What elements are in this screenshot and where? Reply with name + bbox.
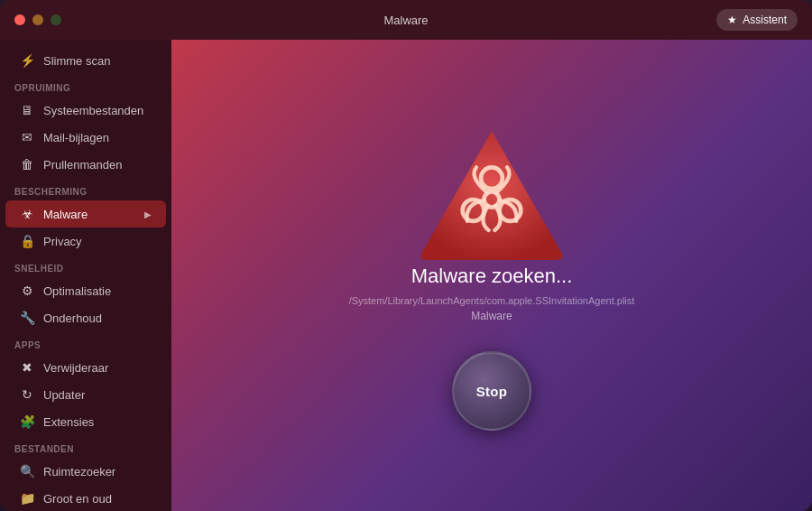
content-area: ⚡ Slimme scan Opruiming 🖥 Systeembestand… xyxy=(0,40,812,511)
sidebar-item-systeembestanden[interactable]: 🖥 Systeembestanden xyxy=(5,97,166,124)
minimize-button[interactable] xyxy=(32,14,43,25)
sidebar-item-label: Groot en oud xyxy=(43,492,112,506)
sidebar-item-label: Extensies xyxy=(43,415,94,429)
extensies-icon: 🧩 xyxy=(20,414,34,429)
sidebar-item-mail-bijlagen[interactable]: ✉ Mail-bijlagen xyxy=(5,124,166,151)
groot-en-oud-icon: 📁 xyxy=(20,491,34,506)
sidebar-item-label: Mail-bijlagen xyxy=(43,131,109,144)
assistant-button[interactable]: ★ Assistent xyxy=(716,9,798,31)
verwijderaar-icon: ✖ xyxy=(20,360,34,375)
sidebar-item-label: Privacy xyxy=(43,235,82,248)
biohazard-icon xyxy=(411,120,573,265)
systeembestanden-icon: 🖥 xyxy=(20,103,34,117)
slimme-scan-icon: ⚡ xyxy=(20,53,34,68)
sidebar-item-ruimtezoeker[interactable]: 🔍 Ruimtezoeker xyxy=(5,458,166,485)
main-content: Malware zoeken... /System/Library/Launch… xyxy=(171,40,812,511)
updater-icon: ↻ xyxy=(20,387,34,402)
scanning-title: Malware zoeken... xyxy=(411,265,573,288)
sidebar-item-label: Onderhoud xyxy=(43,311,102,325)
app-window: Malware ★ Assistent ⚡ Slimme scan Opruim… xyxy=(0,0,812,511)
close-button[interactable] xyxy=(14,14,25,25)
sidebar-item-label: Malware xyxy=(43,208,88,221)
section-label-bestanden: Bestanden xyxy=(0,435,171,458)
sidebar-item-malware[interactable]: ☣ Malware ▶ xyxy=(5,200,166,228)
sidebar-item-extensies[interactable]: 🧩 Extensies xyxy=(5,408,166,435)
sidebar: ⚡ Slimme scan Opruiming 🖥 Systeembestand… xyxy=(0,40,171,511)
sidebar-item-label: Optimalisatie xyxy=(43,284,111,298)
sidebar-item-label: Updater xyxy=(43,388,85,402)
sidebar-item-prullenmanden[interactable]: 🗑 Prullenmanden xyxy=(5,151,166,178)
section-label-apps: Apps xyxy=(0,331,171,354)
sidebar-item-onderhoud[interactable]: 🔧 Onderhoud xyxy=(5,304,166,331)
sidebar-item-slimme-scan[interactable]: ⚡ Slimme scan xyxy=(5,47,166,74)
section-label-snelheid: Snelheid xyxy=(0,255,171,277)
sidebar-item-label: Prullenmanden xyxy=(43,158,122,172)
maximize-button[interactable] xyxy=(51,14,61,25)
mail-bijlagen-icon: ✉ xyxy=(20,130,34,144)
sidebar-item-privacy[interactable]: 🔒 Privacy xyxy=(5,228,166,255)
sidebar-item-label: Systeembestanden xyxy=(43,104,143,117)
window-title: Malware xyxy=(383,14,428,27)
sidebar-item-updater[interactable]: ↻ Updater xyxy=(5,381,166,408)
scanning-subtitle: Malware xyxy=(471,310,512,322)
scanning-path: /System/Library/LaunchAgents/com.apple.S… xyxy=(349,295,635,306)
sidebar-item-verwijderaar[interactable]: ✖ Verwijderaar xyxy=(5,354,166,381)
chevron-right-icon: ▶ xyxy=(144,209,152,219)
ruimtezoeker-icon: 🔍 xyxy=(20,464,34,478)
privacy-icon: 🔒 xyxy=(20,234,34,248)
section-label-bescherming: Bescherming xyxy=(0,178,171,200)
sidebar-item-label: Verwijderaar xyxy=(43,361,108,375)
onderhoud-icon: 🔧 xyxy=(20,311,34,325)
sidebar-item-label: Ruimtezoeker xyxy=(43,465,115,478)
sidebar-item-groot-en-oud[interactable]: 📁 Groot en oud xyxy=(5,485,166,511)
optimalisatie-icon: ⚙ xyxy=(20,283,34,298)
sidebar-item-optimalisatie[interactable]: ⚙ Optimalisatie xyxy=(5,277,166,304)
assistant-label: Assistent xyxy=(743,14,787,26)
section-label-opruiming: Opruiming xyxy=(0,74,171,97)
titlebar: Malware ★ Assistent xyxy=(0,0,812,40)
malware-icon: ☣ xyxy=(20,207,34,221)
assistant-icon: ★ xyxy=(727,14,737,26)
stop-button[interactable]: Stop xyxy=(452,351,531,431)
traffic-lights xyxy=(14,14,61,25)
prullenmanden-icon: 🗑 xyxy=(20,157,34,172)
sidebar-item-label: Slimme scan xyxy=(43,54,110,68)
